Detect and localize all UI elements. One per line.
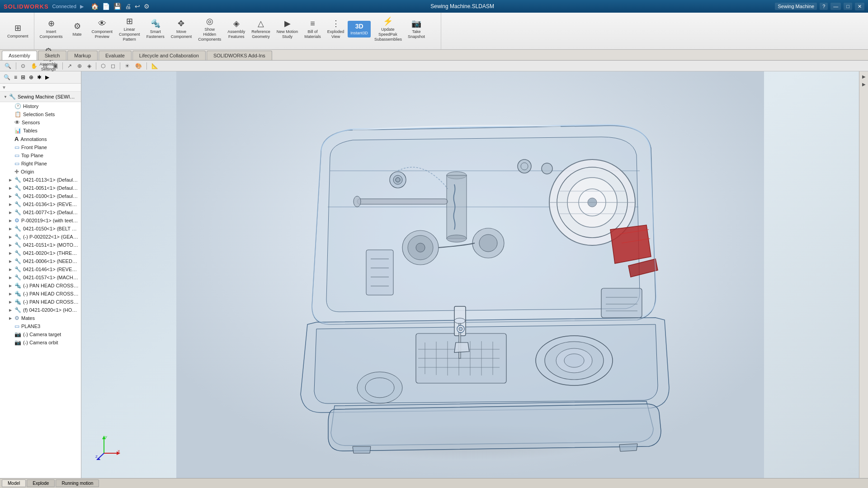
wireframe-btn[interactable]: ⬡ [99,62,107,70]
display-style[interactable]: ◈ [85,62,93,70]
comp15-label: (-) PAN HEAD CROSS MACHINE S [23,291,79,296]
tree-comp12[interactable]: 🔧 0421-0146<1> (REVERSE LEVER) [0,265,81,273]
lighting-btn[interactable]: ☀ [123,62,132,70]
tab-assembly[interactable]: Assembly [2,51,37,60]
bottom-tab-model[interactable]: Model [2,479,26,487]
smart-dimension[interactable]: 📐 [150,62,160,70]
rp-btn1[interactable]: ▶ [860,73,867,80]
mate-btn[interactable]: ⚙ Mate [66,19,88,39]
right-plane-icon: ▭ [14,160,19,167]
sidebar-star-icon[interactable]: ✱ [36,73,42,81]
maximize-btn[interactable]: □ [844,3,852,10]
tree-selection-sets[interactable]: 📋 Selection Sets [0,110,81,118]
insert-components-btn[interactable]: ⊕ InsertComponents [37,17,66,41]
tree-comp4[interactable]: 🔧 0421-0136<1> (REVERSE DRIVE LIN [0,200,81,208]
tree-comp17[interactable]: 🔧 (f) 0421-0200<1> (HOUSING ASSE [0,306,81,314]
sidebar-grid-icon[interactable]: ⊞ [20,73,26,81]
tree-comp1[interactable]: 🔧 0421-0113<1> (Default LOWER SH [0,176,81,184]
3d-viewport[interactable]: Y X Z [81,71,859,478]
tab-lifecycle[interactable]: Lifecycle and Collaboration [132,51,206,60]
svg-point-51 [396,178,400,182]
tree-comp16[interactable]: 🔩 (-) PAN HEAD CROSS MACHINE S [0,298,81,306]
sidebar-next-icon[interactable]: ▶ [44,73,50,81]
tree-front-plane[interactable]: ▭ Front Plane [0,143,81,151]
save-icon[interactable]: 💾 [113,3,121,10]
tree-right-plane[interactable]: ▭ Right Plane [0,160,81,168]
tab-markup[interactable]: Markup [67,51,98,60]
tree-comp2[interactable]: 🔧 0421-0051<1> (Default PRESSER-F [0,184,81,192]
options-icon[interactable]: ⚙ [144,3,150,10]
tree-comp6[interactable]: ⚙ P-002019<1> (with teeth GEARBEL [0,216,81,225]
zoom-tool[interactable]: 🔍 [3,62,13,70]
linear-pattern-btn[interactable]: ⊞ LinearComponentPattern [116,14,143,43]
view-orientation[interactable]: ↗ [66,62,74,70]
tab-sketch[interactable]: Sketch [38,51,67,60]
root-label: Sewing Machine (SEWING MACHINE) [18,94,77,99]
tree-comp11[interactable]: 🔧 0421-0006<1> (NEEDLE PLATE AS [0,257,81,265]
rotate-tool[interactable]: ⊙ [19,62,27,70]
zoom-to-fit[interactable]: ⊟ [41,62,49,70]
bottom-tab-explode[interactable]: Explode [27,479,55,487]
tree-comp3[interactable]: 🔧 0421-0100<1> (Default UPPER SH [0,192,81,200]
move-component-btn[interactable]: ✥ MoveComponent [168,17,195,41]
exploded-view-btn[interactable]: ⋮ ExplodedView [325,17,347,41]
standard-views[interactable]: ⊕ [75,62,84,70]
undo-icon[interactable]: ↩ [135,3,140,10]
tree-comp10[interactable]: 🔧 0421-0020<1> (THREAD TENSION [0,249,81,257]
tree-annotations[interactable]: A Annotations [0,135,81,143]
viewport-toolbar: 🔍 ⊙ ✋ ⊟ ▣ ↗ ⊕ ◈ ⬡ ◻ ☀ 🎨 📐 [0,61,868,71]
close-btn[interactable]: ✕ [855,3,864,10]
comp10-label: 0421-0020<1> (THREAD TENSION [23,250,79,256]
bill-of-materials-btn[interactable]: ≡ Bill ofMaterials [302,17,324,41]
sidebar-list-icon[interactable]: ≡ [13,73,18,81]
tree-comp9[interactable]: 🔧 0421-0151<1> (MOTOR AND ELEC [0,241,81,249]
tree-history[interactable]: 🕐 History [0,102,81,110]
shaded-btn[interactable]: ◻ [109,62,117,70]
tree-sensors[interactable]: 👁 Sensors [0,118,81,127]
comp4-icon: 🔧 [14,201,21,207]
component-btn[interactable]: ⊞ Component [5,21,31,41]
tree-top-plane[interactable]: ▭ Top Plane [0,151,81,160]
bottom-tab-running-motion[interactable]: Running motion [56,479,99,487]
tree-camera-target[interactable]: 📷 (-) Camera target [0,330,81,338]
svg-point-46 [454,318,465,324]
tree-comp13[interactable]: 🔧 0421-0157<1> (MACHINE FRAME [0,273,81,282]
tree-comp8[interactable]: 🔧 (-) P-002022<1> (GEARBELT 156 T [0,233,81,241]
tree-origin[interactable]: ✚ Origin [0,168,81,176]
take-snapshot-btn[interactable]: 📷 TakeSnapshot [405,17,428,41]
tree-root[interactable]: 🔧 Sewing Machine (SEWING MACHINE) [0,92,81,102]
help-icon[interactable]: ? [820,3,828,10]
reference-geometry-btn[interactable]: △ ReferenceGeometry [249,17,273,41]
section-view[interactable]: ▣ [51,62,60,70]
smart-fasteners-btn[interactable]: 🔩 SmartFasteners [144,17,167,41]
profile-dropdown[interactable]: Sewing Machine [775,3,817,10]
appearance-btn[interactable]: 🎨 [133,62,144,70]
show-hidden-btn[interactable]: ◎ ShowHiddenComponents [195,14,224,43]
tab-addins[interactable]: SOLIDWORKS Add-Ins [207,51,272,60]
new-icon[interactable]: 📄 [102,3,110,10]
assembly-features-btn[interactable]: ◈ AssemblyFeatures [225,17,248,41]
svg-rect-13 [447,175,467,239]
tree-camera-orbit[interactable]: 📷 (-) Camera orbit [0,338,81,347]
pan-tool[interactable]: ✋ [29,62,39,70]
tree-comp15[interactable]: 🔩 (-) PAN HEAD CROSS MACHINE S [0,290,81,298]
new-motion-study-btn[interactable]: ▶ New MotionStudy [274,17,301,41]
sidebar-add-icon[interactable]: ⊕ [28,73,34,81]
component-preview-btn[interactable]: 👁 ComponentPreview [89,17,116,41]
tree-comp7[interactable]: 🔧 0421-0150<1> (BELT TENSIONER / [0,225,81,233]
root-expand[interactable] [4,94,9,99]
tree-comp5[interactable]: 🔧 0421-0077<1> (Default CAM BLO [0,208,81,216]
rp-btn2[interactable]: ▶ [860,81,867,88]
tab-evaluate[interactable]: Evaluate [99,51,132,60]
update-speedpak-btn[interactable]: ⚡ UpdateSpeedPakSubassemblies [372,14,404,43]
comp13-label: 0421-0157<1> (MACHINE FRAME [23,275,79,280]
print-icon[interactable]: 🖨 [125,3,131,10]
sidebar-filter-icon[interactable]: 🔍 [3,73,11,81]
tree-mates[interactable]: ⚙ Mates [0,314,81,322]
instant3d-btn[interactable]: 3D Instant3D [348,21,371,38]
tree-comp14[interactable]: 🔩 (-) PAN HEAD CROSS MACHINE S [0,282,81,290]
minimize-btn[interactable]: — [830,3,841,10]
tree-tables[interactable]: 📊 Tables [0,127,81,135]
tree-plane3[interactable]: ▭ PLANE3 [0,322,81,330]
home-icon[interactable]: 🏠 [91,3,99,10]
